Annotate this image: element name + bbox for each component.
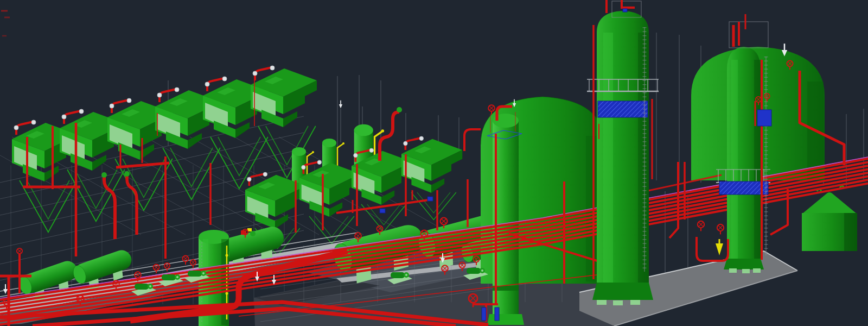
platform-grating-unit xyxy=(427,197,433,201)
pipe-elbow-cap xyxy=(124,171,130,177)
tall-process-column[interactable] xyxy=(587,1,659,305)
platform-grating-unit xyxy=(623,9,627,12)
platform-grating-unit xyxy=(380,209,385,213)
cad-3d-viewport[interactable] xyxy=(0,0,868,326)
pipe-elbow-cap xyxy=(101,172,107,178)
platform-grating-unit xyxy=(495,308,499,321)
pipe-elbow-cap xyxy=(250,231,256,236)
slim-vertical-vessel[interactable] xyxy=(487,114,524,325)
pipe-elbow-cap xyxy=(397,107,402,112)
platform-grating-unit xyxy=(482,308,486,321)
platform-grating-unit xyxy=(757,110,771,126)
